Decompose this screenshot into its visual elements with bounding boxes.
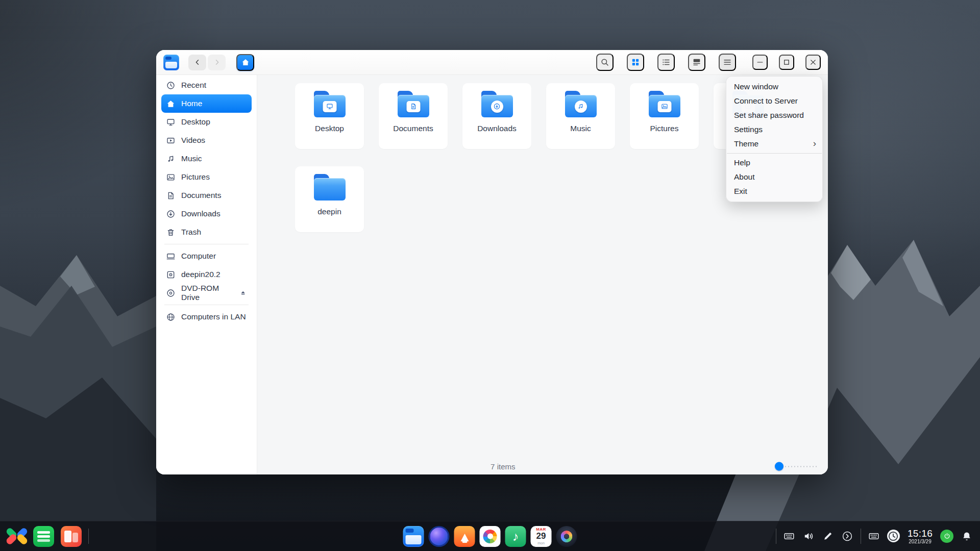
menu-item-label: About (734, 172, 755, 182)
dock-separator (861, 529, 861, 544)
sidebar-item-icon (166, 191, 176, 201)
keyboard-icon (868, 530, 880, 542)
menu-item-label: Exit (734, 187, 747, 196)
close-button[interactable] (805, 55, 821, 70)
music-note-icon: ♪ (512, 530, 519, 543)
sidebar-item-icon (166, 154, 176, 164)
file-item-downloads[interactable]: Downloads (462, 83, 531, 149)
file-item-pictures[interactable]: Pictures (630, 83, 699, 149)
slider-knob[interactable] (775, 462, 783, 471)
tray-onboard-keyboard-icon[interactable] (868, 530, 880, 542)
tray-expand-icon[interactable] (841, 530, 854, 542)
notification-center-icon[interactable] (960, 530, 973, 542)
maximize-button[interactable] (779, 55, 794, 70)
folder-emblem (575, 101, 587, 113)
column-view-button[interactable] (688, 54, 705, 71)
sidebar-item-icon (166, 81, 176, 90)
sidebar-item-documents[interactable]: Documents (161, 186, 252, 205)
launcher-icon[interactable] (7, 527, 27, 546)
minimize-button[interactable] (752, 55, 768, 70)
file-item-desktop[interactable]: Desktop (295, 83, 364, 149)
taskbar-clock[interactable]: 15:16 2021/3/29 (906, 528, 934, 544)
dock-file-manager-icon[interactable] (403, 526, 424, 547)
sidebar-item-recent[interactable]: Recent (161, 76, 252, 94)
sidebar-item-computer[interactable]: Computer (161, 247, 252, 265)
tray-power-icon[interactable] (940, 530, 953, 543)
sidebar-item-pictures[interactable]: Pictures (161, 168, 252, 186)
icon-size-slider[interactable] (775, 462, 819, 471)
file-item-deepin[interactable]: deepin (295, 166, 364, 232)
taskbar-apps: ♪ MAR 29 mon (403, 526, 577, 547)
forward-button[interactable] (208, 55, 226, 70)
dock-music-icon[interactable]: ♪ (505, 526, 526, 547)
file-item-documents[interactable]: Documents (379, 83, 448, 149)
tray-volume-icon[interactable] (802, 530, 815, 542)
sidebar-item-videos[interactable]: Videos (161, 131, 252, 149)
sidebar-item-icon (166, 288, 176, 298)
home-icon (241, 58, 250, 67)
menu-item-label: New window (734, 82, 778, 91)
calendar-day: 29 (536, 532, 546, 541)
menu-item-about[interactable]: About (726, 170, 822, 184)
sidebar-item-label: Pictures (181, 172, 210, 182)
folder-icon (313, 174, 347, 202)
sidebar-item-home[interactable]: Home (161, 94, 252, 113)
sidebar-item-icon (166, 270, 176, 280)
menu-item-help[interactable]: Help (726, 156, 822, 170)
app-menu: New window Connect to Server Set share p… (726, 76, 823, 202)
items-count: 7 items (491, 462, 515, 471)
tray-keyboard-icon[interactable] (783, 530, 796, 542)
taskbar-left (0, 526, 89, 547)
menu-item-new-window[interactable]: New window (726, 80, 822, 94)
sidebar-item-icon (166, 136, 176, 145)
menu-button[interactable] (719, 54, 736, 71)
file-label: deepin (317, 207, 341, 216)
tray-clock-icon[interactable] (887, 530, 900, 542)
sidebar-item-desktop[interactable]: Desktop (161, 113, 252, 131)
chevron-circle-icon (841, 530, 853, 542)
sidebar-item-downloads[interactable]: Downloads (161, 205, 252, 223)
taskbar-tray: 15:16 2021/3/29 (776, 528, 973, 544)
sidebar-item-deepin20-2[interactable]: deepin20.2 (161, 265, 252, 284)
maximize-icon (782, 58, 791, 67)
window-titlebar[interactable] (156, 50, 828, 75)
file-item-music[interactable]: Music (546, 83, 615, 149)
eject-icon[interactable] (239, 289, 247, 297)
sidebar-item-icon (166, 99, 176, 109)
dock-multitasking-view-icon[interactable] (61, 526, 82, 547)
speaker-icon (802, 530, 815, 542)
sidebar-item-computers-in-lan[interactable]: Computers in LAN (161, 308, 252, 326)
menu-item-connect-to-server[interactable]: Connect to Server (726, 94, 822, 108)
sidebar-item-trash[interactable]: Trash (161, 223, 252, 241)
sidebar-item-dvd-rom-drive[interactable]: DVD-ROM Drive (161, 284, 252, 302)
search-button[interactable] (596, 54, 614, 71)
file-label: Desktop (315, 124, 344, 133)
divider (727, 153, 822, 154)
dock-photos-icon[interactable] (480, 526, 501, 547)
sidebar-item-icon (166, 172, 176, 182)
menu-item-set-share-password[interactable]: Set share password (726, 108, 822, 122)
menu-item-settings[interactable]: Settings (726, 122, 822, 137)
dock-control-center-icon[interactable] (556, 526, 577, 547)
folder-icon (564, 91, 598, 118)
file-label: Music (570, 124, 591, 133)
grid-view-button[interactable] (627, 54, 644, 71)
file-label: Pictures (650, 124, 679, 133)
file-manager-app-icon (163, 55, 179, 70)
calendar-weekday: mon (537, 541, 545, 545)
sidebar-item-icon (166, 117, 176, 127)
list-view-button[interactable] (657, 54, 675, 71)
dock-system-monitor-icon[interactable] (33, 526, 54, 547)
sidebar-item-music[interactable]: Music (161, 149, 252, 168)
tray-screenshot-icon[interactable] (822, 530, 835, 542)
folder-emblem-icon (493, 103, 501, 110)
dock-browser-icon[interactable] (429, 526, 450, 547)
menu-item-exit[interactable]: Exit (726, 184, 822, 198)
home-address-button[interactable] (236, 54, 254, 71)
hamburger-menu-icon (722, 57, 732, 67)
dock-calendar-icon[interactable]: MAR 29 mon (531, 526, 552, 547)
folder-icon (648, 91, 681, 118)
back-button[interactable] (188, 55, 206, 70)
dock-app-store-icon[interactable] (454, 526, 475, 547)
menu-item-theme[interactable]: Theme (726, 137, 822, 151)
